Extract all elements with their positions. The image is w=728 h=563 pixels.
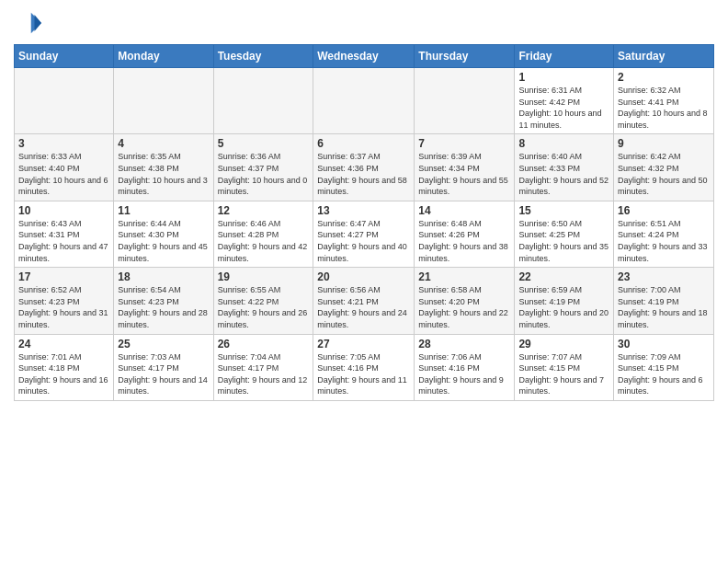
day-number: 12 bbox=[218, 204, 310, 217]
day-number: 17 bbox=[18, 270, 109, 283]
day-info: Sunrise: 6:33 AM Sunset: 4:40 PM Dayligh… bbox=[18, 151, 109, 197]
day-number: 7 bbox=[418, 137, 510, 150]
day-cell: 29Sunrise: 7:07 AM Sunset: 4:15 PM Dayli… bbox=[515, 334, 614, 400]
day-cell: 7Sunrise: 6:39 AM Sunset: 4:34 PM Daylig… bbox=[415, 134, 515, 201]
day-info: Sunrise: 6:43 AM Sunset: 4:31 PM Dayligh… bbox=[18, 218, 109, 264]
day-cell: 28Sunrise: 7:06 AM Sunset: 4:16 PM Dayli… bbox=[415, 334, 515, 400]
col-header-saturday: Saturday bbox=[614, 45, 714, 68]
day-cell: 2Sunrise: 6:32 AM Sunset: 4:41 PM Daylig… bbox=[614, 68, 714, 134]
day-cell: 18Sunrise: 6:54 AM Sunset: 4:23 PM Dayli… bbox=[114, 268, 213, 334]
day-number: 24 bbox=[18, 338, 109, 350]
day-info: Sunrise: 6:46 AM Sunset: 4:28 PM Dayligh… bbox=[218, 218, 310, 264]
day-cell: 23Sunrise: 7:00 AM Sunset: 4:19 PM Dayli… bbox=[614, 268, 714, 334]
day-info: Sunrise: 6:37 AM Sunset: 4:36 PM Dayligh… bbox=[317, 151, 410, 197]
page-container: SundayMondayTuesdayWednesdayThursdayFrid… bbox=[0, 0, 728, 410]
day-number: 14 bbox=[418, 204, 510, 217]
day-cell bbox=[213, 68, 313, 134]
day-cell bbox=[313, 68, 415, 134]
day-cell: 12Sunrise: 6:46 AM Sunset: 4:28 PM Dayli… bbox=[213, 201, 313, 267]
day-info: Sunrise: 6:42 AM Sunset: 4:32 PM Dayligh… bbox=[618, 151, 710, 197]
logo bbox=[14, 9, 45, 37]
day-number: 28 bbox=[418, 338, 510, 350]
col-header-thursday: Thursday bbox=[415, 45, 515, 68]
day-number: 22 bbox=[518, 270, 609, 283]
col-header-monday: Monday bbox=[114, 45, 213, 68]
day-cell: 17Sunrise: 6:52 AM Sunset: 4:23 PM Dayli… bbox=[15, 268, 114, 334]
day-number: 10 bbox=[18, 204, 109, 217]
day-cell: 10Sunrise: 6:43 AM Sunset: 4:31 PM Dayli… bbox=[15, 201, 114, 267]
day-number: 9 bbox=[618, 137, 710, 150]
day-info: Sunrise: 7:06 AM Sunset: 4:16 PM Dayligh… bbox=[418, 351, 510, 397]
calendar-table: SundayMondayTuesdayWednesdayThursdayFrid… bbox=[14, 44, 714, 401]
day-cell: 16Sunrise: 6:51 AM Sunset: 4:24 PM Dayli… bbox=[614, 201, 714, 267]
day-cell: 22Sunrise: 6:59 AM Sunset: 4:19 PM Dayli… bbox=[515, 268, 614, 334]
week-row-4: 17Sunrise: 6:52 AM Sunset: 4:23 PM Dayli… bbox=[15, 268, 714, 334]
day-info: Sunrise: 7:04 AM Sunset: 4:17 PM Dayligh… bbox=[218, 351, 310, 397]
day-info: Sunrise: 6:32 AM Sunset: 4:41 PM Dayligh… bbox=[618, 85, 710, 131]
day-number: 20 bbox=[317, 270, 410, 283]
day-number: 5 bbox=[218, 137, 310, 150]
day-cell bbox=[415, 68, 515, 134]
day-cell: 11Sunrise: 6:44 AM Sunset: 4:30 PM Dayli… bbox=[114, 201, 213, 267]
day-number: 30 bbox=[618, 338, 710, 350]
day-info: Sunrise: 7:01 AM Sunset: 4:18 PM Dayligh… bbox=[18, 351, 109, 397]
day-info: Sunrise: 6:48 AM Sunset: 4:26 PM Dayligh… bbox=[418, 218, 510, 264]
day-number: 29 bbox=[518, 338, 609, 350]
col-header-friday: Friday bbox=[515, 45, 614, 68]
day-info: Sunrise: 7:07 AM Sunset: 4:15 PM Dayligh… bbox=[518, 351, 609, 397]
day-info: Sunrise: 6:58 AM Sunset: 4:20 PM Dayligh… bbox=[418, 284, 510, 330]
day-number: 11 bbox=[118, 204, 209, 217]
day-info: Sunrise: 6:47 AM Sunset: 4:27 PM Dayligh… bbox=[317, 218, 410, 264]
day-number: 13 bbox=[317, 204, 410, 217]
day-number: 19 bbox=[218, 270, 310, 283]
day-number: 16 bbox=[618, 204, 710, 217]
day-info: Sunrise: 6:35 AM Sunset: 4:38 PM Dayligh… bbox=[118, 151, 209, 197]
day-number: 15 bbox=[518, 204, 609, 217]
day-cell: 6Sunrise: 6:37 AM Sunset: 4:36 PM Daylig… bbox=[313, 134, 415, 201]
day-cell: 20Sunrise: 6:56 AM Sunset: 4:21 PM Dayli… bbox=[313, 268, 415, 334]
day-cell: 9Sunrise: 6:42 AM Sunset: 4:32 PM Daylig… bbox=[614, 134, 714, 201]
day-number: 1 bbox=[518, 71, 609, 84]
day-number: 26 bbox=[218, 338, 310, 350]
week-row-3: 10Sunrise: 6:43 AM Sunset: 4:31 PM Dayli… bbox=[15, 201, 714, 267]
day-cell: 27Sunrise: 7:05 AM Sunset: 4:16 PM Dayli… bbox=[313, 334, 415, 400]
day-number: 23 bbox=[618, 270, 710, 283]
col-header-wednesday: Wednesday bbox=[313, 45, 415, 68]
day-number: 21 bbox=[418, 270, 510, 283]
day-cell: 5Sunrise: 6:36 AM Sunset: 4:37 PM Daylig… bbox=[213, 134, 313, 201]
week-row-2: 3Sunrise: 6:33 AM Sunset: 4:40 PM Daylig… bbox=[15, 134, 714, 201]
day-cell: 15Sunrise: 6:50 AM Sunset: 4:25 PM Dayli… bbox=[515, 201, 614, 267]
day-cell bbox=[15, 68, 114, 134]
day-info: Sunrise: 6:56 AM Sunset: 4:21 PM Dayligh… bbox=[317, 284, 410, 330]
day-cell bbox=[114, 68, 213, 134]
day-info: Sunrise: 7:03 AM Sunset: 4:17 PM Dayligh… bbox=[118, 351, 209, 397]
day-info: Sunrise: 6:50 AM Sunset: 4:25 PM Dayligh… bbox=[518, 218, 609, 264]
day-info: Sunrise: 6:54 AM Sunset: 4:23 PM Dayligh… bbox=[118, 284, 209, 330]
day-info: Sunrise: 6:51 AM Sunset: 4:24 PM Dayligh… bbox=[618, 218, 710, 264]
day-cell: 19Sunrise: 6:55 AM Sunset: 4:22 PM Dayli… bbox=[213, 268, 313, 334]
day-cell: 8Sunrise: 6:40 AM Sunset: 4:33 PM Daylig… bbox=[515, 134, 614, 201]
day-number: 18 bbox=[118, 270, 209, 283]
day-info: Sunrise: 7:00 AM Sunset: 4:19 PM Dayligh… bbox=[618, 284, 710, 330]
day-cell: 25Sunrise: 7:03 AM Sunset: 4:17 PM Dayli… bbox=[114, 334, 213, 400]
day-info: Sunrise: 6:44 AM Sunset: 4:30 PM Dayligh… bbox=[118, 218, 209, 264]
day-cell: 24Sunrise: 7:01 AM Sunset: 4:18 PM Dayli… bbox=[15, 334, 114, 400]
day-info: Sunrise: 7:05 AM Sunset: 4:16 PM Dayligh… bbox=[317, 351, 410, 397]
day-cell: 13Sunrise: 6:47 AM Sunset: 4:27 PM Dayli… bbox=[313, 201, 415, 267]
day-cell: 30Sunrise: 7:09 AM Sunset: 4:15 PM Dayli… bbox=[614, 334, 714, 400]
day-info: Sunrise: 6:52 AM Sunset: 4:23 PM Dayligh… bbox=[18, 284, 109, 330]
header bbox=[14, 9, 714, 37]
day-number: 25 bbox=[118, 338, 209, 350]
day-cell: 21Sunrise: 6:58 AM Sunset: 4:20 PM Dayli… bbox=[415, 268, 515, 334]
day-cell: 26Sunrise: 7:04 AM Sunset: 4:17 PM Dayli… bbox=[213, 334, 313, 400]
day-number: 2 bbox=[618, 71, 710, 84]
day-number: 27 bbox=[317, 338, 410, 350]
day-info: Sunrise: 6:39 AM Sunset: 4:34 PM Dayligh… bbox=[418, 151, 510, 197]
week-row-5: 24Sunrise: 7:01 AM Sunset: 4:18 PM Dayli… bbox=[15, 334, 714, 400]
day-number: 3 bbox=[18, 137, 109, 150]
day-cell: 3Sunrise: 6:33 AM Sunset: 4:40 PM Daylig… bbox=[15, 134, 114, 201]
day-info: Sunrise: 7:09 AM Sunset: 4:15 PM Dayligh… bbox=[618, 351, 710, 397]
logo-icon bbox=[14, 9, 41, 37]
day-number: 8 bbox=[518, 137, 609, 150]
col-header-tuesday: Tuesday bbox=[213, 45, 313, 68]
